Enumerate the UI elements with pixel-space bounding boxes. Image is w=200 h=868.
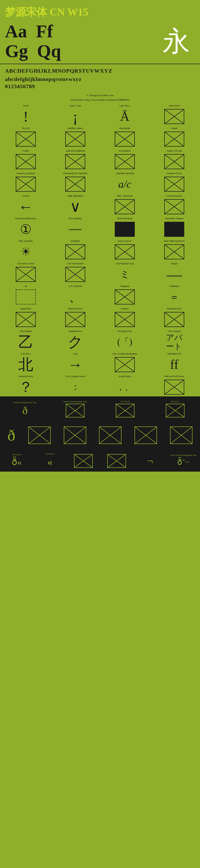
char-ku: ク [68,335,83,349]
cell-cyrillic: Cyrillic [1,148,50,171]
grid-row-13: Vertical Forms ？ CJK Compat Forms ： Smal… [1,374,199,396]
cell-hiragana: Hiragana [100,284,150,306]
xbox-ipa-ext [16,131,36,147]
last-char-combo: ð̃˘− [177,457,190,467]
black-square-block [115,222,135,237]
bottom-large-xbox-4 [134,427,157,444]
char-fraction: a/c [118,178,131,190]
black-square-geometric [164,222,184,237]
cell-punctuation: Punctuation [100,148,150,171]
cell-cjk-compat-forms: CJK Compat Forms ： [50,374,100,396]
xbox-kanbun [115,312,135,327]
cell-half-full-forms: Half And Full Forms [150,374,199,396]
xbox-diacriticals [115,131,135,147]
preview-chars-left: Aa Ff Gg Qq [5,22,61,61]
grid-row-11: CJK Strokes 乙 Katakana Ext ク Enclosed CJ… [1,329,199,351]
char-equals: ＝ [169,292,179,302]
alphabet-upper: ABCDEFGHIJKLMNOPQRSTUVWXYZ [5,67,195,75]
last-char-1: ð̈« [12,457,22,467]
xbox-misc-math-b [164,244,184,259]
font-title: 梦源宋体 CN W15 [5,5,195,19]
bottom-large-char-1: ð [7,427,15,444]
cell-cjk-compat-ideographs: CJK Compat Ideographs [100,351,150,374]
bottom-row-1: Enclosed Alphanums Sup ð Improved Ideogr… [0,396,200,422]
last-cell-xbox-2 [100,449,133,472]
cell-alphabetic-pf: Alphabetic PF ff [150,351,199,374]
last-xbox-1 [74,454,93,468]
char-dash: — [167,267,182,282]
cell-small-forms: Small Forms ，、 [100,374,150,396]
char-north: 北 [18,357,33,372]
xbox-sup-arrows-b [115,244,135,259]
xbox-half-full-forms [164,380,184,395]
cell-misc-symbols: Misc Symbols ☀ [1,239,50,261]
cell-jis: Jis [1,284,50,306]
cell-super-and-sub: Super And Sub [150,148,199,171]
cell-katakana: Katakana ＝ [150,284,199,306]
alphabet-lower: abcdefghijklmnopqrstuvwxyz [5,75,195,83]
last-char-not: ¬ [147,455,153,467]
cell-ascii: ASCII ! [1,103,50,126]
xbox-latin-ext-add [65,154,85,169]
grid-row-4: Currency Symbols Diacriticals For Symbol… [1,171,199,193]
dashed-box-jis [16,289,36,305]
xbox-cjk-misc-arrows [16,267,36,282]
char-arrow: ← [18,199,33,214]
xbox-hiragana [115,289,135,305]
grid-row-8: CJK Misc Arrows CJK Punctuation CJK Radi… [1,261,199,284]
cell-cjk-punctuation: CJK Punctuation [50,261,100,284]
cell-katakana-ext: Katakana Ext ク [50,329,100,351]
cell-latin-ext-additional: Latin Ext Additional [50,148,100,171]
cell-enclosed-cjk: Enclosed CJK (「) [100,329,150,351]
char-box-drawing: ── [69,225,81,234]
char-exclaim: ! [23,109,28,124]
cell-enclosed-alpha: Enclosed Alphanums ① [1,216,50,239]
xbox-misc-technical [115,199,135,214]
bottom-cell-improved-ideo-sup: Improved Ideographic Sup [50,396,100,422]
cell-latin1sup: Latin 1 Sup ¡ [50,103,100,126]
cell-diacriticals-symbols: Diacriticals For Symbols [50,171,100,193]
cell-cjk-strokes: CJK Strokes 乙 [1,329,50,351]
bottom-cell-cjk-ext-c: CJK Ext C [150,396,200,422]
last-cell-cjk-ext-d: CJK Ext D ð̈« [0,449,33,472]
cell-cjk: CJK → [50,351,100,374]
cell-modifier-letters: Modifier Letters [50,126,100,148]
cell-cjk-symbols: CJK Symbols 、 [50,284,100,306]
cell-cjk-compat: CJK Compat アパ ート [150,329,199,351]
bottom-large-xbox-2 [64,427,86,444]
cell-vertical-forms: Vertical Forms ？ [1,374,50,396]
xbox-super-sub [164,154,184,169]
xbox-number-forms [164,177,184,192]
cell-number-forms: Number Forms [150,171,199,193]
cell-bopomofo-ext: Bopomofo Ext [50,306,100,329]
xbox-cjk-punctuation [65,267,85,282]
xbox-cyrillic [16,154,36,169]
cell-latin-ext-b: Latin Ext B [150,103,199,126]
xbox-punctuation [115,154,135,169]
xbox-bopomofo-ext2 [164,312,184,327]
last-char-2: « [47,456,52,468]
cell-bopomofo-ext2: Bopomofo Ext [150,306,199,329]
cell-diacriticals: Diacriticals [100,126,150,148]
grid-container: ASCII ! Latin 1 Sup ¡ Latin Ext A Ā Lati… [0,103,200,396]
bottom-xbox-1 [66,404,84,417]
cell-cjk-ext-a: CJK Ext A 北 [1,351,50,374]
last-xbox-2 [107,454,126,468]
char-cjk-comma: 、 [69,290,82,304]
source-text: Font Source: http://www.fontke.com/font/… [0,98,200,103]
grid-row-5: Arrows ← Math Operators ∨ Misc. Technica… [1,193,199,216]
char-question: ？ [18,377,33,397]
grid-row-12: CJK Ext A 北 CJK → CJK Compat Ideographs … [1,351,199,374]
cell-currency: Currency Symbols [1,171,50,193]
char-ff-ligature: ff [170,357,178,372]
xbox-currency [16,177,36,192]
bottom-large-xbox-3 [99,427,121,444]
grid-row-3: Cyrillic Latin Ext Additional Punctuatio… [1,148,199,171]
font-preview: Aa Ff Gg Qq 永 [5,22,195,61]
bottom-xbox-2 [116,404,134,417]
copyright-text: © Design by fontke.com [0,93,200,98]
char-yi: 乙 [18,335,33,349]
last-row: CJK Ext D ð̈« CJK Ext E « ¬ CJK Compat I… [0,449,200,472]
yong-character: 永 [162,28,195,55]
xbox-modifier-letters [65,131,85,147]
